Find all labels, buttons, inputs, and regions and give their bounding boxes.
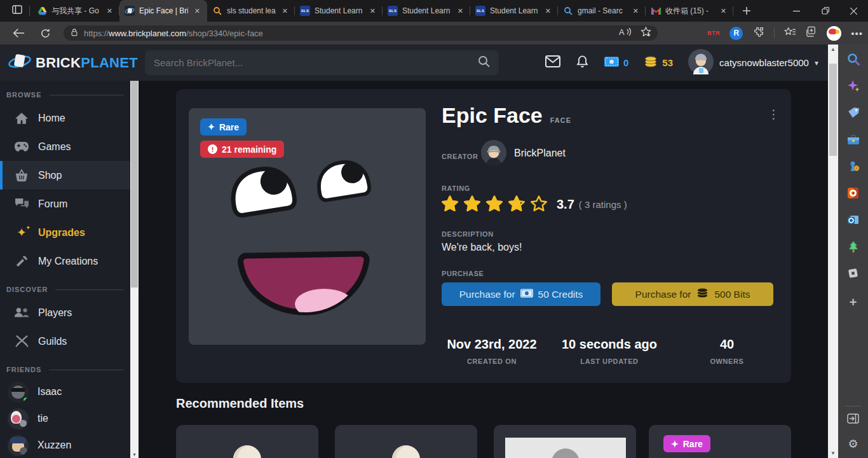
tab-inbox[interactable]: 收件箱 (15) - ✕ — [646, 0, 733, 22]
tab-sls-search[interactable]: sls student lea ✕ — [207, 0, 295, 22]
friend-isaac[interactable]: Isaac — [0, 378, 130, 405]
purchase-credits-button[interactable]: Purchase for 50 Credits — [442, 282, 600, 306]
extension-ropro-icon[interactable]: R — [729, 27, 743, 40]
tab-actions-button[interactable] — [9, 4, 25, 17]
add-favorite-icon[interactable] — [641, 27, 651, 39]
star-icon[interactable] — [507, 195, 526, 214]
shopping-tag-icon[interactable] — [838, 102, 868, 123]
tab-drive[interactable]: 与我共享 - Go ✕ — [32, 0, 119, 22]
recommended-item-card[interactable] — [176, 425, 318, 458]
refresh-button[interactable] — [38, 27, 52, 39]
star-icon[interactable] — [529, 195, 548, 214]
add-app-icon[interactable]: + — [838, 292, 868, 312]
item-options-kebab-icon[interactable]: ⋮ — [764, 106, 783, 123]
sidebar-scrollbar-thumb[interactable] — [131, 81, 138, 288]
friend-xuzzen[interactable]: Xuzzen — [0, 432, 130, 458]
scroll-up-arrow-icon[interactable]: ▲ — [828, 46, 838, 52]
tab-gmail-search[interactable]: gmail - Searc ✕ — [558, 0, 646, 22]
page-scrollbar-thumb[interactable] — [829, 64, 837, 156]
settings-gear-icon[interactable]: ⚙ — [838, 434, 868, 454]
close-tab-icon[interactable]: ✕ — [105, 6, 114, 16]
site-search-input[interactable] — [154, 57, 478, 68]
sidebar-scrollbar[interactable]: ▼ — [130, 81, 139, 458]
site-sidebar: BROWSE Home Games Shop Forum ✦ ✦ Upgrade… — [0, 81, 130, 458]
notifications-bell-icon[interactable] — [576, 55, 589, 71]
games-icon[interactable] — [838, 156, 868, 176]
stat-last-updated: 10 seconds ago LAST UPDATED — [552, 337, 667, 365]
tab-epic-face-active[interactable]: Epic Face | Bri ✕ — [119, 0, 207, 22]
office-icon[interactable] — [838, 183, 868, 203]
tab-student-learning-1[interactable]: SLS Student Learn ✕ — [295, 0, 383, 22]
tree-icon[interactable] — [838, 236, 868, 256]
bits-balance[interactable]: 53 — [644, 56, 673, 69]
address-bar[interactable]: https://www.brickplanet.com/shop/3340/ep… — [64, 25, 658, 41]
sidebar-search-icon[interactable] — [838, 49, 868, 69]
extensions-puzzle-icon[interactable] — [752, 26, 764, 41]
sls-favicon: SLS — [388, 6, 398, 16]
minimize-button[interactable] — [782, 0, 811, 22]
item-image-panel: ✦ Rare ! 21 remaining — [189, 108, 426, 345]
url-text: https://www.brickplanet.com/shop/3340/ep… — [84, 29, 619, 38]
star-icon[interactable] — [440, 195, 459, 214]
star-icon[interactable] — [485, 195, 504, 214]
sidebar-item-home[interactable]: Home — [0, 104, 130, 132]
close-tab-icon[interactable]: ✕ — [543, 6, 553, 16]
sidebar-item-my-creations[interactable]: My Creations — [0, 247, 130, 275]
close-tab-icon[interactable]: ✕ — [193, 6, 202, 16]
sidebar-item-games[interactable]: Games — [0, 132, 130, 161]
sidebar-section-discover: DISCOVER — [0, 275, 130, 298]
collections-icon[interactable] — [806, 26, 817, 40]
friend-avatar — [8, 408, 29, 429]
creator-name[interactable]: BrickPlanet — [514, 148, 566, 159]
sparkles-icon: ✦ ✦ — [14, 226, 29, 239]
home-icon — [14, 112, 29, 125]
sidebar-item-shop[interactable]: Shop — [0, 161, 130, 190]
close-window-button[interactable] — [839, 0, 868, 22]
sidebar-item-guilds[interactable]: Guilds — [0, 327, 130, 356]
divider — [774, 27, 775, 39]
site-search-box[interactable] — [145, 50, 499, 75]
credits-icon — [604, 57, 619, 69]
outlook-icon[interactable] — [838, 209, 868, 230]
credits-balance[interactable]: 0 — [604, 57, 628, 69]
settings-menu-icon[interactable]: ••• — [851, 28, 863, 39]
read-aloud-icon[interactable]: A — [619, 27, 632, 39]
svg-text:A: A — [619, 27, 625, 37]
user-menu[interactable]: catysnowblaster5000 ▾ — [688, 49, 818, 76]
extension-btroblox-icon[interactable]: BTR — [707, 30, 720, 36]
sidebar-item-upgrades[interactable]: ✦ ✦ Upgrades — [0, 218, 130, 247]
star-icon[interactable] — [463, 195, 482, 214]
close-tab-icon[interactable]: ✕ — [719, 6, 728, 16]
tab-student-learning-2[interactable]: SLS Student Learn ✕ — [383, 0, 470, 22]
purchase-bits-button[interactable]: Purchase for 500 Bits — [612, 282, 773, 306]
recommended-item-card[interactable] — [335, 425, 477, 458]
messages-icon[interactable] — [545, 55, 560, 70]
rating-label: RATING — [442, 184, 470, 192]
copilot-icon[interactable] — [838, 76, 868, 96]
tab-student-learning-3[interactable]: SLS Student Learn ✕ — [470, 0, 558, 22]
page-scrollbar[interactable]: ▲ ▼ — [828, 45, 838, 458]
close-tab-icon[interactable]: ✕ — [280, 6, 290, 16]
sls-favicon: SLS — [475, 6, 485, 16]
back-button[interactable] — [11, 27, 25, 39]
friend-tie[interactable]: tie — [0, 405, 130, 432]
close-tab-icon[interactable]: ✕ — [631, 6, 641, 16]
roblox-icon[interactable] — [838, 263, 868, 283]
toolbox-icon[interactable] — [838, 129, 868, 149]
favorites-icon[interactable] — [784, 27, 796, 40]
creator-avatar[interactable] — [481, 140, 506, 165]
brickplanet-logo[interactable]: BRICKPLANET — [8, 52, 138, 74]
close-tab-icon[interactable]: ✕ — [456, 6, 465, 16]
sidebar-item-forum[interactable]: Forum — [0, 190, 130, 218]
recommended-item-card[interactable] — [494, 425, 636, 458]
browser-profile-avatar[interactable] — [827, 26, 841, 41]
restore-button[interactable] — [811, 0, 839, 22]
open-sidebar-panel-icon[interactable] — [838, 408, 868, 429]
new-tab-button[interactable] — [738, 4, 755, 17]
search-icon[interactable] — [478, 55, 490, 70]
recommended-item-card[interactable]: ✦ Rare — [649, 425, 791, 458]
close-tab-icon[interactable]: ✕ — [368, 6, 377, 16]
scroll-down-arrow-icon[interactable]: ▼ — [828, 450, 838, 456]
scroll-down-arrow-icon[interactable]: ▼ — [130, 452, 139, 457]
sidebar-item-players[interactable]: Players — [0, 298, 130, 327]
